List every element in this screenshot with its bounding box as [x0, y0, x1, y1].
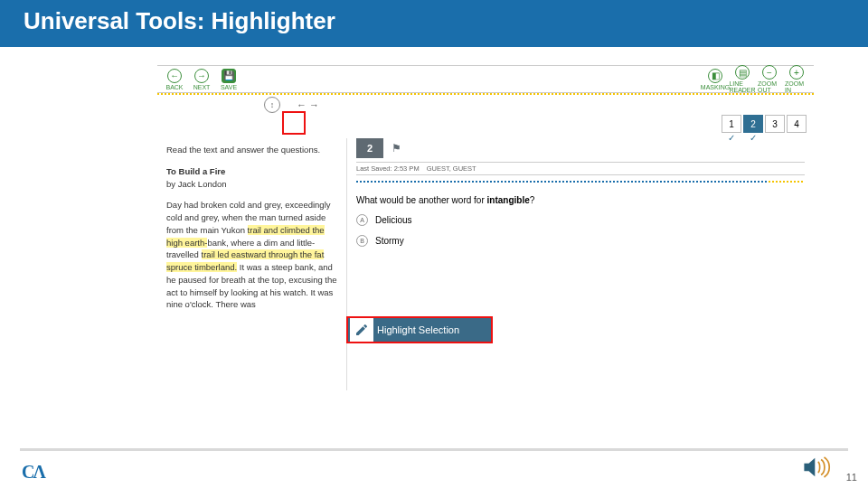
status-bar: Last Saved: 2:53 PM GUEST, GUEST [356, 162, 805, 175]
pager-item-1[interactable]: 1✓ [722, 115, 741, 133]
question-pane: 2 ⚑ Last Saved: 2:53 PM GUEST, GUEST Wha… [347, 138, 814, 390]
pager-item-4[interactable]: 4 [787, 115, 807, 133]
pencil-icon [350, 318, 373, 342]
option-b[interactable]: B Stormy [356, 235, 805, 247]
zoom-out-icon: − [762, 65, 777, 80]
question-number-box: 2 [356, 138, 383, 158]
save-icon: 💾 [222, 69, 236, 83]
speaker-icon[interactable] [801, 454, 832, 484]
slide-footer: CΛ 11 [0, 448, 868, 488]
context-menu-label: Highlight Selection [377, 324, 459, 335]
line-reader-label: LINE READER [729, 80, 755, 93]
arrow-right-icon: → [194, 69, 209, 83]
user-name: GUEST, GUEST [427, 164, 476, 173]
masking-button[interactable]: ◧ MASKING [703, 69, 727, 90]
separator-dots-right [356, 181, 805, 183]
option-a[interactable]: A Delicious [356, 214, 805, 226]
context-menu-highlight[interactable]: Highlight Selection [346, 316, 493, 343]
save-button[interactable]: 💾 SAVE [217, 69, 241, 90]
passage-instruction: Read the text and answer the questions. [166, 144, 337, 156]
footer-rule [20, 448, 848, 451]
page-number: 11 [846, 472, 857, 483]
slide-title: Universal Tools: Highlighter [0, 0, 868, 44]
line-reader-icon: ▤ [735, 65, 750, 80]
pager-item-3[interactable]: 3 [765, 115, 785, 133]
callout-highlight-tool [282, 111, 306, 135]
line-reader-button[interactable]: ▤ LINE READER [731, 65, 754, 93]
masking-label: MASKING [701, 84, 730, 90]
nav-arrows[interactable]: ← → [297, 99, 319, 110]
expand-icon[interactable]: ↕ [264, 97, 280, 113]
main-toolbar: ← BACK → NEXT 💾 SAVE ◧ MASKING ▤ LINE RE… [157, 66, 814, 93]
question-stem: What would be another word for intangibl… [356, 195, 805, 205]
passage-pane: Read the text and answer the questions. … [157, 138, 347, 390]
slide-stage: ← BACK → NEXT 💾 SAVE ◧ MASKING ▤ LINE RE… [0, 47, 868, 445]
option-label: Delicious [375, 215, 412, 225]
back-button[interactable]: ← BACK [163, 69, 186, 90]
zoom-out-button[interactable]: − ZOOM OUT [758, 65, 781, 93]
content-split: Read the text and answer the questions. … [157, 138, 814, 390]
next-label: NEXT [193, 84, 211, 90]
question-pager: 1✓ 2✓ 3 4 [722, 115, 807, 133]
radio-icon: A [356, 214, 368, 226]
passage-toolbar: ↕ ← → [157, 95, 814, 115]
zoom-in-icon: + [789, 65, 804, 80]
last-saved: Last Saved: 2:53 PM [356, 164, 420, 173]
zoom-in-label: ZOOM IN [785, 80, 808, 93]
passage-title: To Build a Fire [166, 165, 337, 178]
passage-body[interactable]: Day had broken cold and grey, exceedingl… [166, 199, 337, 311]
pager-item-2[interactable]: 2✓ [743, 115, 763, 133]
back-label: BACK [165, 84, 183, 90]
zoom-out-label: ZOOM OUT [758, 80, 781, 93]
brand-logo: CΛ [22, 462, 44, 483]
radio-icon: B [356, 235, 368, 247]
save-label: SAVE [221, 84, 237, 90]
masking-icon: ◧ [708, 69, 722, 83]
arrow-left-icon: ← [167, 69, 182, 83]
flag-icon[interactable]: ⚑ [392, 142, 401, 155]
passage-author: by Jack London [166, 178, 337, 191]
next-button[interactable]: → NEXT [190, 69, 213, 90]
answer-options: A Delicious B Stormy [356, 214, 805, 247]
option-label: Stormy [375, 236, 404, 246]
zoom-in-button[interactable]: + ZOOM IN [785, 65, 808, 93]
